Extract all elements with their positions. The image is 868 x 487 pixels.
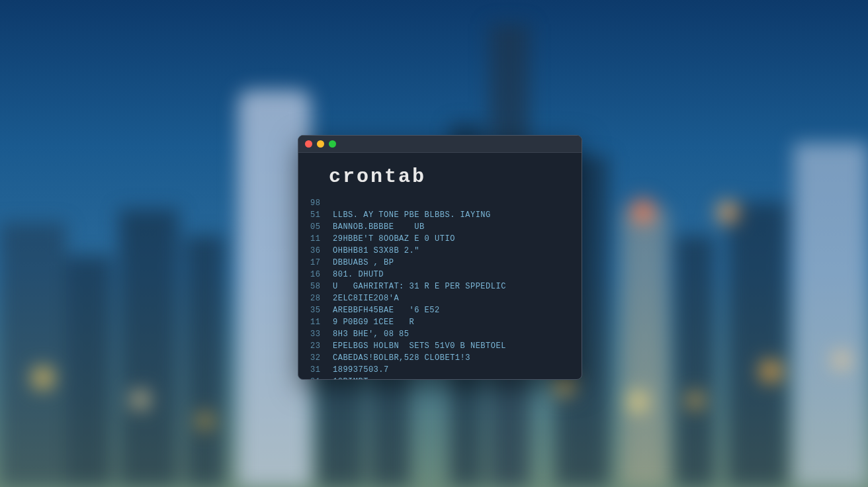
line-text: LLBS. AY TONE PBE BLBBS. IAYING (333, 209, 491, 221)
line-text: 9 P0BG9 1CEE R (333, 316, 414, 328)
line-number: 31 (310, 364, 325, 376)
terminal-line: 05BANNOB.BBBBE UB (310, 221, 570, 233)
line-text: 2ELC8IIE2O8'A (333, 292, 399, 304)
line-number: 11 (310, 316, 325, 328)
line-number: 58 (310, 281, 325, 292)
terminal-line: 36OHBHB81 S3X8B 2." (310, 245, 570, 257)
line-number: 23 (310, 340, 325, 352)
line-number: 28 (310, 292, 325, 304)
line-text: EPELBGS HOLBN SETS 51V0 B NEBTOEL (333, 340, 506, 352)
terminal-line: 32CABEDAS!BOLBR,528 CLOBET1!3 (310, 352, 570, 364)
close-icon[interactable] (305, 140, 312, 148)
line-number: 11 (310, 233, 325, 245)
line-text: 8H3 BHE', 08 85 (333, 328, 410, 340)
line-text: DBBUABS , BP (333, 257, 394, 269)
terminal-line: 23EPELBGS HOLBN SETS 51V0 B NEBTOEL (310, 340, 570, 352)
line-text: 29HBBE'T 8OOBAZ E 0 UTIO (333, 233, 455, 245)
line-number: 98 (310, 197, 325, 209)
terminal-line: 98 (310, 197, 570, 209)
maximize-icon[interactable] (329, 140, 336, 148)
terminal-line: 35AREBBFH45BAE '6 E52 (310, 304, 570, 316)
line-text: 801. DHUTD (333, 269, 384, 281)
terminal-body[interactable]: crontab 9851LLBS. AY TONE PBE BLBBS. IAY… (298, 153, 582, 380)
line-text: AREBBFH45BAE '6 E52 (333, 304, 440, 316)
terminal-line: 282ELC8IIE2O8'A (310, 292, 570, 304)
line-number: 01 (310, 376, 325, 380)
minimize-icon[interactable] (317, 140, 324, 148)
line-text: U GAHRIRTAT: 31 R E PER SPPEDLIC (333, 281, 506, 292)
window-titlebar[interactable] (298, 136, 582, 153)
line-number: 51 (310, 209, 325, 221)
terminal-line: 0110BIMBT. (310, 376, 570, 380)
terminal-line: 16801. DHUTD (310, 269, 570, 281)
terminal-line: 58U GAHRIRTAT: 31 R E PER SPPEDLIC (310, 281, 570, 292)
terminal-line: 31189937503.7 (310, 364, 570, 376)
line-text: OHBHB81 S3X8B 2." (333, 245, 419, 257)
line-text: 189937503.7 (333, 364, 389, 376)
line-number: 17 (310, 257, 325, 269)
terminal-line: 51LLBS. AY TONE PBE BLBBS. IAYING (310, 209, 570, 221)
line-text: CABEDAS!BOLBR,528 CLOBET1!3 (333, 352, 470, 364)
line-number: 35 (310, 304, 325, 316)
line-number: 32 (310, 352, 325, 364)
terminal-line: 338H3 BHE', 08 85 (310, 328, 570, 340)
terminal-window[interactable]: crontab 9851LLBS. AY TONE PBE BLBBS. IAY… (298, 135, 582, 380)
terminal-line: 17DBBUABS , BP (310, 257, 570, 269)
line-text: 10BIMBT. (333, 376, 374, 380)
line-number: 16 (310, 269, 325, 281)
line-number: 33 (310, 328, 325, 340)
line-number: 36 (310, 245, 325, 257)
line-text: BANNOB.BBBBE UB (333, 221, 425, 233)
terminal-line: 119 P0BG9 1CEE R (310, 316, 570, 328)
line-number: 05 (310, 221, 325, 233)
terminal-command: crontab (329, 162, 570, 192)
terminal-line: 1129HBBE'T 8OOBAZ E 0 UTIO (310, 233, 570, 245)
